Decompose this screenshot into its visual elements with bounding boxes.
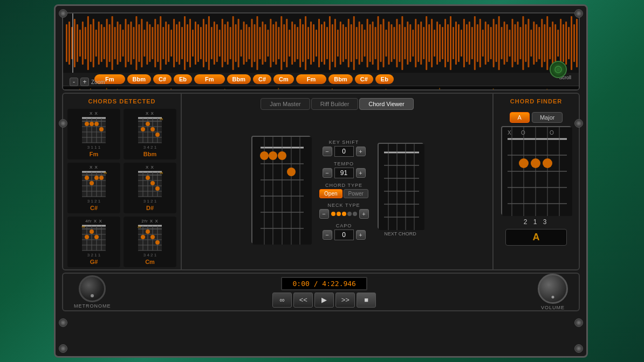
volume-knob[interactable] bbox=[538, 274, 568, 304]
chord-type-open[interactable]: Open bbox=[319, 189, 342, 198]
chord-pill-10[interactable]: C# bbox=[355, 74, 373, 84]
svg-rect-59 bbox=[222, 19, 223, 67]
svg-rect-28 bbox=[138, 24, 140, 62]
chord-diagram-cm[interactable]: 2fr X X bbox=[124, 217, 176, 267]
chord-diagram-gs[interactable]: 4fr X X bbox=[67, 217, 120, 267]
svg-rect-163 bbox=[501, 27, 503, 59]
next-chord-label: NEXT CHORD bbox=[384, 231, 416, 236]
svg-rect-21 bbox=[120, 24, 121, 62]
stop-button[interactable]: ■ bbox=[357, 293, 376, 308]
capo-plus[interactable]: + bbox=[356, 230, 366, 240]
capo-minus[interactable]: − bbox=[323, 230, 332, 240]
svg-point-250 bbox=[141, 127, 145, 131]
zoom-minus-button[interactable]: - bbox=[70, 78, 78, 86]
tab-chord-viewer[interactable]: Chord Viewer bbox=[359, 98, 413, 110]
tempo-group: TEMPO − 91 + bbox=[319, 161, 369, 178]
svg-rect-213 bbox=[305, 89, 306, 90]
svg-rect-145 bbox=[453, 27, 454, 59]
svg-rect-141 bbox=[442, 27, 443, 59]
chord-finder-name: A bbox=[505, 229, 567, 246]
svg-rect-115 bbox=[372, 22, 374, 65]
svg-rect-110 bbox=[359, 22, 360, 65]
time-display: 0:00 / 4:22.946 bbox=[281, 277, 367, 290]
key-shift-plus[interactable]: + bbox=[356, 147, 366, 156]
play-button[interactable]: ▶ bbox=[314, 293, 334, 308]
capo-row: − 0 + bbox=[323, 229, 366, 240]
svg-rect-221 bbox=[519, 90, 520, 90]
svg-rect-62 bbox=[230, 27, 231, 59]
tempo-plus[interactable]: + bbox=[356, 168, 366, 178]
svg-rect-165 bbox=[506, 24, 508, 62]
key-shift-minus[interactable]: − bbox=[323, 147, 332, 156]
svg-point-283 bbox=[150, 181, 155, 185]
neck-type-minus[interactable]: − bbox=[319, 209, 329, 219]
svg-point-313 bbox=[146, 229, 150, 234]
chord-pill-3[interactable]: Eb bbox=[174, 74, 192, 84]
svg-rect-123 bbox=[393, 27, 395, 59]
svg-rect-195 bbox=[63, 86, 579, 90]
svg-point-238 bbox=[99, 127, 104, 131]
tab-riff-builder[interactable]: Riff Builder bbox=[311, 98, 359, 110]
finger-numbers: 2 1 3 bbox=[524, 218, 549, 226]
svg-rect-56 bbox=[214, 22, 215, 65]
svg-rect-130 bbox=[412, 30, 414, 57]
chord-pill-6[interactable]: C# bbox=[253, 74, 271, 84]
zoom-plus-button[interactable]: + bbox=[80, 78, 89, 86]
svg-rect-179 bbox=[544, 24, 545, 62]
neck-type-label: NECK TYPE bbox=[328, 203, 360, 208]
chord-pill-8[interactable]: Fm bbox=[296, 74, 327, 84]
chord-name-ds: D# bbox=[146, 205, 154, 211]
chord-pill-1[interactable]: Bbm bbox=[127, 74, 151, 84]
chord-header-cm: 2fr X X bbox=[141, 219, 158, 224]
svg-text:X: X bbox=[508, 130, 511, 136]
chord-diagram-bbm[interactable]: X X bbox=[124, 109, 176, 159]
screw-mid-left-top bbox=[59, 119, 67, 128]
chord-pill-9[interactable]: Bbm bbox=[328, 74, 352, 84]
neck-type-plus[interactable]: + bbox=[359, 209, 369, 219]
waveform-mini bbox=[63, 86, 579, 90]
chord-header-ds: X X bbox=[146, 165, 154, 170]
chord-type-power[interactable]: Power bbox=[344, 189, 368, 198]
svg-rect-42 bbox=[176, 24, 177, 62]
svg-rect-88 bbox=[299, 19, 301, 67]
neck-type-group: NECK TYPE − + bbox=[319, 203, 369, 219]
finder-quality-button[interactable]: Major bbox=[532, 112, 563, 123]
svg-rect-91 bbox=[307, 27, 309, 59]
metronome-knob[interactable] bbox=[79, 275, 106, 302]
fretboard-current bbox=[251, 136, 311, 243]
svg-rect-60 bbox=[224, 24, 226, 62]
chord-diagram-cs[interactable]: X X bbox=[67, 163, 120, 213]
svg-rect-96 bbox=[321, 24, 323, 62]
loop-button[interactable]: ∞ bbox=[272, 293, 292, 308]
chord-pill-2[interactable]: C# bbox=[153, 74, 172, 84]
svg-rect-54 bbox=[208, 16, 210, 70]
rewind-button[interactable]: << bbox=[293, 293, 313, 308]
capo-value: 0 bbox=[334, 229, 354, 240]
svg-rect-75 bbox=[264, 24, 266, 62]
chord-pill-5[interactable]: Bbm bbox=[227, 74, 251, 84]
chord-pill-7[interactable]: Cm bbox=[273, 74, 294, 84]
chord-diagram-fm[interactable]: X X bbox=[67, 109, 120, 159]
tempo-minus[interactable]: − bbox=[323, 168, 332, 178]
svg-rect-153 bbox=[474, 16, 476, 70]
forward-button[interactable]: >> bbox=[335, 293, 355, 308]
tab-jam-master[interactable]: Jam Master bbox=[261, 98, 310, 110]
svg-rect-90 bbox=[305, 16, 306, 70]
svg-rect-178 bbox=[541, 19, 543, 67]
svg-rect-161 bbox=[496, 24, 497, 62]
svg-rect-147 bbox=[458, 24, 460, 62]
chord-diagram-ds[interactable]: X X bbox=[124, 163, 176, 213]
svg-rect-83 bbox=[286, 19, 287, 67]
svg-rect-113 bbox=[367, 19, 368, 67]
svg-rect-149 bbox=[463, 19, 465, 67]
svg-rect-210 bbox=[224, 89, 225, 90]
svg-rect-107 bbox=[351, 24, 352, 62]
chord-pill-4[interactable]: Fm bbox=[194, 74, 225, 84]
svg-rect-63 bbox=[232, 16, 234, 70]
chord-finder-panel: CHORD FINDER A Major X O O bbox=[492, 94, 579, 269]
finder-key-button[interactable]: A bbox=[510, 112, 530, 123]
chord-pill-11[interactable]: Eb bbox=[375, 74, 394, 84]
tempo-value: 91 bbox=[334, 168, 354, 178]
svg-rect-119 bbox=[383, 19, 385, 67]
svg-rect-172 bbox=[525, 24, 526, 62]
